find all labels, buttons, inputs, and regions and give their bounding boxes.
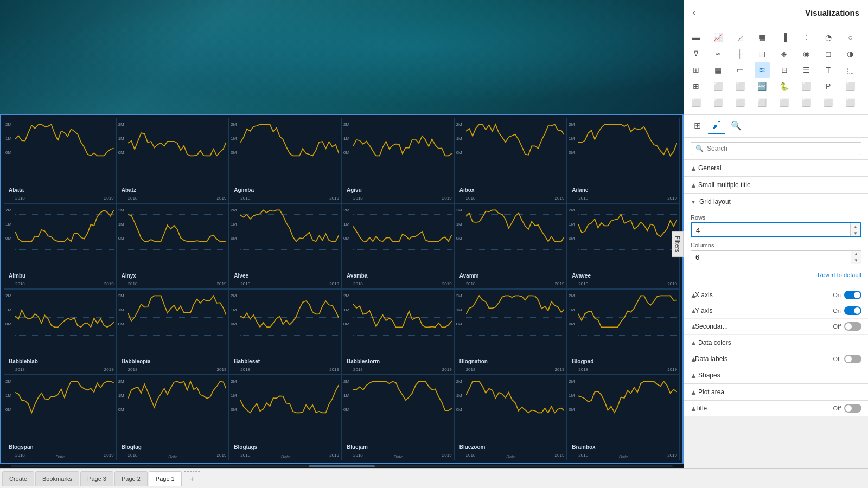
chart-cell-agimba[interactable]: 2M 1M 0MAgimba20182019 [229, 118, 342, 203]
viz-icon-34[interactable]: ⬜ [732, 95, 748, 110]
tab-+[interactable]: + [183, 471, 201, 486]
chart-cell-blogtags[interactable]: 2M 1M 0MBlogtags20182019Date [229, 375, 342, 460]
section-title-label[interactable]: Title [695, 404, 833, 412]
search-input[interactable] [707, 145, 857, 152]
tab-format[interactable]: 🖌 [708, 117, 725, 134]
viz-icon-8[interactable]: ⊽ [688, 46, 704, 61]
viz-icon-39[interactable]: ⬜ [843, 95, 858, 110]
viz-icon-31[interactable]: ⬜ [843, 79, 858, 94]
section-general-header[interactable]: ▶ General [684, 160, 868, 176]
tab-page-1[interactable]: Page 1 [149, 471, 182, 486]
chart-cell-abatz[interactable]: 2M 1M 0MAbatz20182019 [117, 118, 229, 203]
viz-icon-6[interactable]: ◔ [821, 30, 836, 45]
viz-icon-17[interactable]: ▦ [711, 62, 726, 78]
viz-icon-23[interactable]: ⬚ [843, 62, 858, 78]
columns-increment[interactable]: ▲ [851, 251, 861, 257]
viz-icon-24[interactable]: ⊞ [688, 79, 704, 94]
section-data-labels-label[interactable]: Data labels [695, 355, 833, 363]
section-data-colors-header[interactable]: ▶ Data colors [684, 335, 868, 351]
viz-icon-16[interactable]: ⊞ [688, 62, 704, 78]
chart-cell-aibox[interactable]: 2M 1M 0MAibox20182019 [455, 118, 567, 203]
viz-icon-5[interactable]: ⁚ [799, 30, 814, 45]
tab-page-2[interactable]: Page 2 [114, 471, 148, 486]
chart-cell-ainyx[interactable]: 2M 1M 0MAinyx20182019 [117, 203, 229, 289]
viz-icon-1[interactable]: 📈 [711, 30, 726, 45]
scrollbar-track[interactable] [11, 465, 673, 467]
viz-icon-37[interactable]: ⬜ [799, 95, 814, 110]
chart-cell-avamba[interactable]: 2M 1M 0MAvamba20182019 [342, 203, 455, 289]
title-toggle[interactable] [844, 404, 861, 413]
viz-icon-9[interactable]: ≈ [711, 46, 726, 61]
chart-cell-brainbox[interactable]: 2M 1M 0MBrainbox20182019Date [567, 375, 680, 460]
revert-to-default[interactable]: Revert to default [818, 272, 861, 278]
filters-tab[interactable]: Filters [672, 231, 684, 257]
chart-cell-blogpad[interactable]: 2M 1M 0MBlogpad20182019 [567, 289, 680, 375]
viz-icon-4[interactable]: ▐ [777, 30, 792, 45]
chart-cell-ailane[interactable]: 2M 1M 0MAilane20182019 [567, 118, 680, 203]
columns-decrement[interactable]: ▼ [851, 257, 861, 264]
viz-icon-30[interactable]: P [821, 79, 836, 94]
chart-cell-bluejam[interactable]: 2M 1M 0MBluejam20182019Date [342, 375, 455, 460]
viz-icon-2[interactable]: ◿ [732, 30, 748, 45]
section-x-axis-label[interactable]: X axis [695, 291, 833, 299]
chart-cell-aimbu[interactable]: 2M 1M 0MAimbu20182019 [4, 203, 117, 289]
chart-cell-abata[interactable]: 2M 1M 0MAbata20182019 [4, 118, 117, 203]
tab-page-3[interactable]: Page 3 [80, 471, 113, 486]
tab-build[interactable]: ⊞ [688, 117, 706, 134]
panel-close-icon[interactable]: ‹ [693, 8, 695, 17]
rows-increment[interactable]: ▲ [851, 223, 860, 230]
viz-icon-35[interactable]: ⬜ [755, 95, 770, 110]
viz-icon-3[interactable]: ▦ [755, 30, 770, 45]
x-axis-toggle[interactable] [844, 291, 861, 299]
chart-cell-babbleopia[interactable]: 2M 1M 0MBabbleopia20182019 [117, 289, 229, 375]
scrollbar-thumb[interactable] [309, 465, 375, 467]
section-small-title-header[interactable]: ▶ Small multiple title [684, 177, 868, 193]
secondary-toggle[interactable] [844, 322, 861, 331]
viz-icon-22[interactable]: T [821, 62, 836, 78]
section-shapes-header[interactable]: ▶ Shapes [684, 367, 868, 383]
chart-cell-blognation[interactable]: 2M 1M 0MBlognation20182019 [455, 289, 567, 375]
chart-cell-babbleblab[interactable]: 2M 1M 0MBabbleblab20182019 [4, 289, 117, 375]
rows-decrement[interactable]: ▼ [851, 230, 860, 236]
y-axis-toggle[interactable] [844, 306, 861, 315]
tab-create[interactable]: Create [2, 471, 34, 486]
chart-cell-aivee[interactable]: 2M 1M 0MAivee20182019 [229, 203, 342, 289]
chart-cell-avamm[interactable]: 2M 1M 0MAvamm20182019 [455, 203, 567, 289]
viz-icon-15[interactable]: ◑ [843, 46, 858, 61]
chart-cell-avavee[interactable]: 2M 1M 0MAvavee20182019 [567, 203, 680, 289]
section-y-axis-label[interactable]: Y axis [695, 307, 833, 314]
chart-cell-blogspan[interactable]: 2M 1M 0MBlogspan20182019Date [4, 375, 117, 460]
rows-input[interactable] [692, 224, 850, 236]
viz-icon-14[interactable]: ◻ [821, 46, 836, 61]
viz-icon-25[interactable]: ⬜ [711, 79, 726, 94]
viz-icon-13[interactable]: ◉ [799, 46, 814, 61]
chart-cell-babblestorm[interactable]: 2M 1M 0MBabblestorm20182019 [342, 289, 455, 375]
viz-icon-27[interactable]: 🔤 [755, 79, 770, 94]
viz-icon-19[interactable]: ≋ [755, 62, 770, 78]
viz-icon-29[interactable]: ⬜ [799, 79, 814, 94]
viz-icon-21[interactable]: ☰ [799, 62, 814, 78]
section-grid-layout-header[interactable]: ▼ Grid layout [684, 194, 868, 210]
viz-icon-33[interactable]: ⬜ [711, 95, 726, 110]
section-secondary-label[interactable]: Secondar... [695, 323, 833, 330]
viz-icon-18[interactable]: ▭ [732, 62, 748, 78]
columns-input[interactable] [691, 251, 851, 264]
viz-icon-20[interactable]: ⊟ [777, 62, 792, 78]
tab-bookmarks[interactable]: Bookmarks [35, 471, 79, 486]
viz-icon-36[interactable]: ⬜ [777, 95, 792, 110]
chart-cell-babbleset[interactable]: 2M 1M 0MBabbleset20182019 [229, 289, 342, 375]
chart-cell-bluezoom[interactable]: 2M 1M 0MBluezoom20182019Date [455, 375, 567, 460]
viz-icon-32[interactable]: ⬜ [688, 95, 704, 110]
chart-cell-agivu[interactable]: 2M 1M 0MAgivu20182019 [342, 118, 455, 203]
viz-icon-0[interactable]: ▬ [688, 30, 704, 45]
viz-icon-7[interactable]: ○ [843, 30, 858, 45]
viz-icon-26[interactable]: ⬜ [732, 79, 748, 94]
section-plot-area-header[interactable]: ▶ Plot area [684, 384, 868, 400]
tab-analytics[interactable]: 🔍 [727, 117, 745, 134]
viz-icon-28[interactable]: 🐍 [777, 79, 792, 94]
chart-cell-blogtag[interactable]: 2M 1M 0MBlogtag20182019Date [117, 375, 229, 460]
viz-icon-38[interactable]: ⬜ [821, 95, 836, 110]
viz-icon-12[interactable]: ◈ [777, 46, 792, 61]
viz-icon-11[interactable]: ▤ [755, 46, 770, 61]
data-labels-toggle[interactable] [844, 355, 861, 363]
